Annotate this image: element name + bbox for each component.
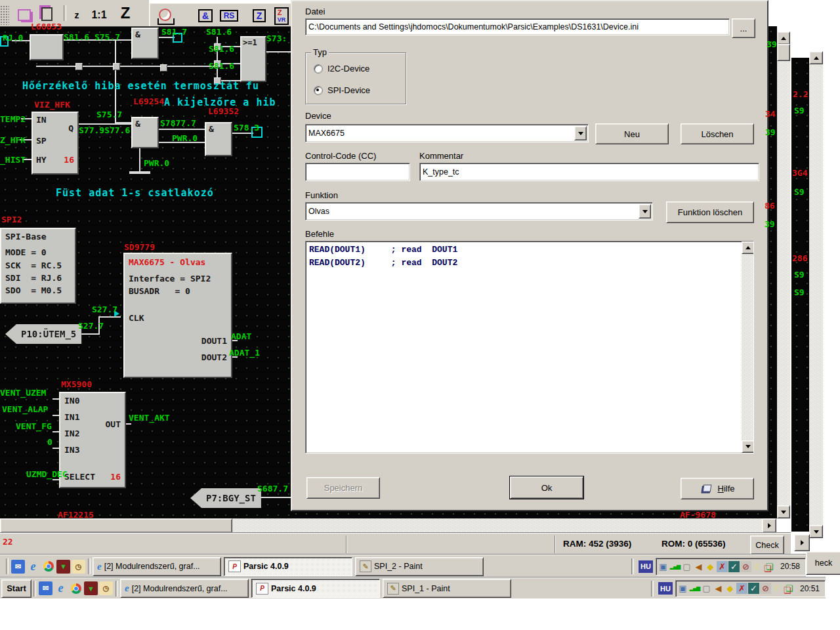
loeschen-button[interactable]: Löschen xyxy=(681,123,754,144)
language-indicator[interactable]: HU xyxy=(639,560,653,573)
taskbar-task-spi-1-paint[interactable]: ✎SPI_1 - Paint xyxy=(383,579,511,598)
horizontal-scrollbar[interactable] xyxy=(0,518,776,533)
rs-flipflop-tool-icon[interactable]: RS xyxy=(219,6,239,26)
outer-scroll-right-icon[interactable] xyxy=(794,534,810,551)
messenger-icon[interactable]: ✉ xyxy=(39,581,52,595)
start-button[interactable]: Start xyxy=(1,579,32,598)
vertical-scrollbar-b[interactable] xyxy=(809,51,823,538)
counter-tool-icon[interactable]: Z xyxy=(249,6,269,26)
language-indicator[interactable]: HU xyxy=(658,582,673,595)
timer-tool-icon[interactable] xyxy=(155,5,175,24)
zoom-reset-button[interactable]: 1:1 xyxy=(89,5,109,25)
or-gate[interactable]: >=1 xyxy=(240,36,266,82)
chevron-down-icon[interactable] xyxy=(574,126,587,140)
module-tool-icon[interactable] xyxy=(14,5,34,25)
neu-button[interactable]: Neu xyxy=(595,123,669,144)
speichern-button[interactable]: Speichern xyxy=(306,477,380,499)
radio-spi-device[interactable]: SPI-Device xyxy=(314,85,370,95)
max6675-block[interactable]: MAX6675 - Olvas Interface = SPI2 BUSADR … xyxy=(123,253,232,378)
browse-button[interactable]: ... xyxy=(732,18,755,38)
pointer-device-icon[interactable]: ✆ xyxy=(772,583,783,594)
scroll-up-icon[interactable] xyxy=(809,51,823,64)
and-gate-3[interactable]: & xyxy=(205,122,232,156)
scroll-up-icon[interactable] xyxy=(742,242,754,254)
counter-vr-tool-icon[interactable]: ZVR xyxy=(272,6,291,26)
taskbar-task-spi-2-paint[interactable]: ✎SPI_2 - Paint xyxy=(355,557,484,576)
disabled-device-icon[interactable]: ⊘ xyxy=(740,561,751,572)
shield-check-icon[interactable]: ✓ xyxy=(728,561,740,572)
clock[interactable]: 20:58 xyxy=(776,562,804,571)
radio-icon[interactable] xyxy=(314,86,323,95)
clock-icon[interactable]: ◷ xyxy=(72,560,85,574)
block-tool-icon[interactable] xyxy=(37,4,56,24)
messenger-icon[interactable]: ✉ xyxy=(11,560,25,574)
taskbar-task--2-modulrendszer-graf-[interactable]: e[2] Modulrendszerű, graf... xyxy=(120,579,249,598)
radio-icon[interactable] xyxy=(314,64,323,74)
scroll-down-icon[interactable] xyxy=(809,525,823,538)
toolbar-grip[interactable] xyxy=(0,5,9,25)
ie-icon[interactable]: e xyxy=(26,560,40,574)
volume-icon[interactable]: ◀ xyxy=(713,583,724,594)
scrollbar-thumb[interactable] xyxy=(0,518,232,533)
radio-i2c-device[interactable]: I2C-Device xyxy=(314,64,369,74)
chevron-down-icon[interactable] xyxy=(639,204,651,219)
ok-button[interactable]: Ok xyxy=(510,476,583,499)
chrome-icon[interactable] xyxy=(69,581,83,595)
disabled-device-icon[interactable]: ⊘ xyxy=(760,583,771,594)
network-icon[interactable]: ▣ xyxy=(677,583,688,594)
small-block[interactable] xyxy=(30,34,64,60)
outer-check-button-partial[interactable]: heck xyxy=(806,551,840,575)
zoom-out-button[interactable]: z xyxy=(67,5,87,25)
zoom-in-button[interactable]: Z xyxy=(116,3,135,23)
clock-icon[interactable]: ◷ xyxy=(99,581,113,595)
spi-base-block[interactable]: SPI-Base MODE = 0 SCK = RC.5 SDI = RJ.6 … xyxy=(0,228,76,304)
display-icon[interactable]: ▢ xyxy=(701,583,712,594)
hilfe-button[interactable]: Hilfe xyxy=(681,478,754,499)
volume-icon[interactable]: ◀ xyxy=(693,561,704,572)
signal-strength-icon[interactable]: ▂▄▆ xyxy=(689,583,700,594)
and-gate-1[interactable]: & xyxy=(131,28,159,59)
network-icon[interactable]: ▣ xyxy=(658,561,669,572)
scroll-down-icon[interactable] xyxy=(777,505,790,518)
taskbar-task-parsic-4-0-9[interactable]: PParsic 4.0.9 xyxy=(251,579,380,598)
vertical-scrollbar-a[interactable] xyxy=(777,32,790,518)
tag-p7-bgy-st[interactable]: P7:BGY_ST xyxy=(190,488,261,508)
display-icon[interactable]: ▢ xyxy=(681,561,692,572)
befehle-scrollbar[interactable] xyxy=(742,242,753,453)
befehle-text: READ(DOUT1) ; read DOUT1 READ(DOUT2) ; r… xyxy=(306,242,461,272)
device-combobox[interactable]: MAX6675 xyxy=(305,124,589,142)
and-gate-tool-icon[interactable]: & xyxy=(196,6,215,26)
and-gate-2[interactable]: & xyxy=(131,117,159,148)
scroll-up-icon[interactable] xyxy=(777,32,790,45)
scroll-right-icon[interactable] xyxy=(762,518,776,533)
ie-icon[interactable]: e xyxy=(54,581,68,595)
dual-display-icon[interactable]: ❏ xyxy=(784,583,795,594)
diamond-icon[interactable]: ◆ xyxy=(724,583,736,594)
shield-check-icon[interactable]: ✓ xyxy=(748,583,759,594)
pointer-device-icon[interactable]: ✆ xyxy=(752,561,763,572)
signal-strength-icon[interactable]: ▂▄▆ xyxy=(669,561,681,572)
mx5900-block[interactable]: IN0 IN1 IN2 IN3 SELECT OUT 16 xyxy=(59,392,126,488)
clock[interactable]: 20:51 xyxy=(796,584,824,593)
dual-display-icon[interactable]: ❏ xyxy=(764,561,775,572)
update-error-icon[interactable]: ✗ xyxy=(717,561,728,572)
befehle-textarea[interactable]: READ(DOUT1) ; read DOUT1 READ(DOUT2) ; r… xyxy=(305,241,754,453)
chrome-icon[interactable] xyxy=(41,560,55,574)
check-button[interactable]: Check xyxy=(750,536,784,555)
taskbar-task-parsic-4-0-9[interactable]: PParsic 4.0.9 xyxy=(224,557,352,576)
datei-input[interactable]: C:\Documents and Settings\jhdomocs\Dokum… xyxy=(305,18,730,35)
scrollbar-thumb[interactable] xyxy=(777,44,790,61)
tag-p10-utem5[interactable]: P10:ÜTEM_5 xyxy=(5,324,81,344)
parsic-icon: P xyxy=(228,560,241,572)
video-downloader-icon[interactable]: ▼ xyxy=(84,581,98,595)
thermostat-block[interactable]: IN SP HY Q 16 xyxy=(32,112,79,175)
video-downloader-icon[interactable]: ▼ xyxy=(56,560,70,574)
funktion-combobox[interactable]: Olvas xyxy=(305,202,653,220)
kommentar-input[interactable]: K_type_tc xyxy=(419,163,759,181)
funktion-loeschen-button[interactable]: Funktion löschen xyxy=(666,201,754,223)
diamond-icon[interactable]: ◆ xyxy=(705,561,716,572)
taskbar-task--2-modulrendszer-graf-[interactable]: e[2] Modulrendszerű, graf... xyxy=(93,557,221,576)
scroll-down-icon[interactable] xyxy=(742,440,754,453)
control-code-input[interactable] xyxy=(305,163,410,181)
update-error-icon[interactable]: ✗ xyxy=(736,583,747,594)
